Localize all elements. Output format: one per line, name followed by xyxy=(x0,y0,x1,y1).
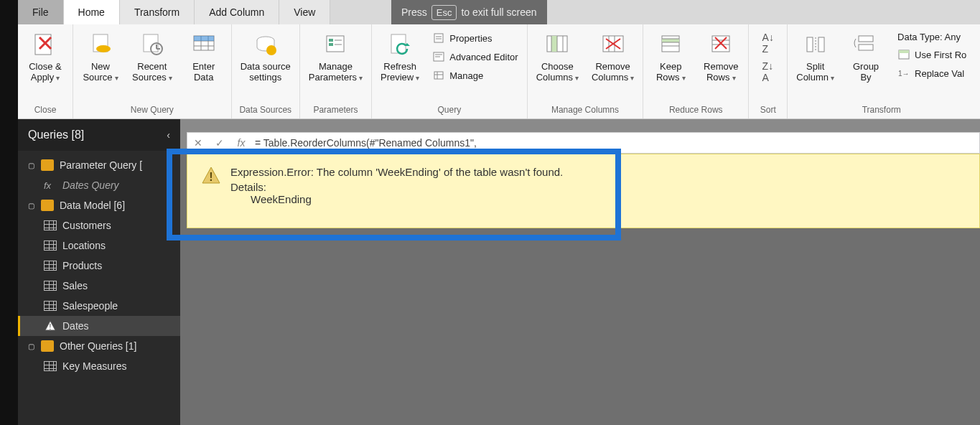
svg-rect-56 xyxy=(859,36,873,42)
queries-tree: ▢ Parameter Query [ fx Dates Query ▢ Dat… xyxy=(18,151,180,380)
error-title: Expression.Error: The column 'WeekEnding… xyxy=(230,166,563,178)
choose-columns-button[interactable]: Choose Columns xyxy=(533,27,582,86)
table-icon xyxy=(44,361,57,371)
svg-point-16 xyxy=(266,45,276,55)
svg-rect-53 xyxy=(807,37,813,52)
fx-icon: fx xyxy=(230,137,252,149)
recent-sources-label: Recent Sources xyxy=(132,62,172,83)
svg-rect-19 xyxy=(329,43,333,46)
enter-data-button[interactable]: Enter Data xyxy=(182,27,225,86)
refresh-preview-button[interactable]: Refresh Preview xyxy=(378,27,422,86)
manage-parameters-button[interactable]: Manage Parameters xyxy=(306,27,365,86)
svg-rect-24 xyxy=(434,34,443,42)
keep-rows-button[interactable]: Keep Rows xyxy=(649,27,692,86)
query-label: Locations xyxy=(62,240,106,251)
fs-pre: Press xyxy=(401,6,427,18)
formula-text[interactable]: = Table.ReorderColumns(#"Renamed Columns… xyxy=(252,137,979,149)
group-sort: Sort xyxy=(755,103,781,117)
close-apply-button[interactable]: Close & Apply xyxy=(24,27,67,86)
fullscreen-notice: Press Esc to exit full screen xyxy=(391,0,547,24)
data-type-button[interactable]: Data Type: Any xyxy=(895,30,969,44)
folder-icon xyxy=(41,200,54,211)
replace-values-icon: 1→2 xyxy=(897,67,910,80)
query-label: Key Measures xyxy=(62,360,126,372)
svg-rect-54 xyxy=(818,37,824,52)
group-by-button[interactable]: Group By xyxy=(844,27,887,86)
tab-view[interactable]: View xyxy=(279,0,330,24)
remove-columns-label: Remove Columns xyxy=(592,62,634,83)
formula-cancel-icon[interactable]: ✕ xyxy=(187,137,209,149)
expand-icon: ▢ xyxy=(28,162,35,169)
advanced-editor-icon xyxy=(432,50,445,63)
folder-icon xyxy=(41,159,54,171)
svg-rect-30 xyxy=(434,72,443,79)
manage-parameters-label: Manage Parameters xyxy=(309,62,363,83)
use-first-row-button[interactable]: Use First Ro xyxy=(895,47,969,62)
group-reduce-rows: Reduce Rows xyxy=(649,103,742,117)
error-details-label: Details: xyxy=(230,181,563,193)
esc-key: Esc xyxy=(431,5,457,20)
query-salespeople[interactable]: Salespeople xyxy=(18,296,180,316)
ribbon: Close & Apply Close New Source Recent So… xyxy=(18,24,980,119)
folder-icon xyxy=(41,340,54,352)
split-column-label: Split Column xyxy=(796,62,834,83)
warning-icon: ! xyxy=(44,320,57,332)
error-details-value: WeekEnding xyxy=(230,193,563,205)
data-type-label: Data Type: Any xyxy=(897,32,961,42)
tab-file[interactable]: File xyxy=(18,0,64,24)
formula-accept-icon[interactable]: ✓ xyxy=(209,137,230,149)
group-data-sources: Data Sources xyxy=(238,103,294,117)
folder-label: Other Queries [1] xyxy=(60,340,136,352)
tab-home[interactable]: Home xyxy=(64,0,120,24)
data-source-settings-button[interactable]: Data source settings xyxy=(238,27,294,86)
recent-sources-button[interactable]: Recent Sources xyxy=(129,27,175,86)
query-label: Customers xyxy=(62,220,111,231)
svg-rect-14 xyxy=(194,36,214,41)
query-key-measures[interactable]: Key Measures xyxy=(18,356,180,376)
manage-button[interactable]: Manage xyxy=(429,67,521,83)
warning-icon: ! xyxy=(202,166,220,185)
svg-text:1→2: 1→2 xyxy=(898,70,910,78)
query-sales[interactable]: Sales xyxy=(18,276,180,296)
left-rail xyxy=(0,0,18,425)
query-dates[interactable]: ! Dates xyxy=(18,316,180,336)
remove-rows-icon xyxy=(706,30,735,59)
folder-parameter-query[interactable]: ▢ Parameter Query [ xyxy=(18,155,180,175)
advanced-editor-button[interactable]: Advanced Editor xyxy=(429,49,521,65)
folder-data-model[interactable]: ▢ Data Model [6] xyxy=(18,195,180,215)
replace-values-label: Replace Val xyxy=(915,68,964,79)
tab-transform[interactable]: Transform xyxy=(120,0,195,24)
refresh-icon xyxy=(386,30,414,59)
properties-label: Properties xyxy=(449,33,492,44)
group-query: Query xyxy=(378,103,521,117)
table-icon xyxy=(44,220,57,230)
remove-rows-button[interactable]: Remove Rows xyxy=(699,27,742,86)
table-icon xyxy=(44,261,57,271)
folder-other-queries[interactable]: ▢ Other Queries [1] xyxy=(18,336,180,356)
collapse-queries-icon[interactable]: ‹ xyxy=(167,129,170,141)
query-products[interactable]: Products xyxy=(18,256,180,276)
split-column-button[interactable]: Split Column xyxy=(793,27,837,86)
replace-values-button[interactable]: 1→2 Replace Val xyxy=(895,65,969,81)
table-icon xyxy=(44,240,57,251)
query-customers[interactable]: Customers xyxy=(18,215,180,235)
query-label: Sales xyxy=(62,280,88,291)
sort-desc-button[interactable]: Z↓A xyxy=(762,60,774,83)
remove-columns-button[interactable]: Remove Columns xyxy=(589,27,637,86)
svg-point-4 xyxy=(96,45,111,52)
group-manage-columns: Manage Columns xyxy=(533,103,638,117)
properties-button[interactable]: Properties xyxy=(429,30,521,46)
properties-icon xyxy=(432,32,445,45)
svg-rect-43 xyxy=(662,36,679,52)
tab-add-column[interactable]: Add Column xyxy=(195,0,279,24)
query-label: Dates Query xyxy=(62,179,119,191)
new-source-button[interactable]: New Source xyxy=(79,27,122,86)
keep-rows-icon xyxy=(656,30,685,59)
formula-bar[interactable]: ✕ ✓ fx = Table.ReorderColumns(#"Renamed … xyxy=(187,132,980,154)
query-locations[interactable]: Locations xyxy=(18,235,180,256)
recent-sources-icon xyxy=(138,30,167,59)
svg-rect-34 xyxy=(551,36,557,52)
data-source-settings-label: Data source settings xyxy=(241,62,291,83)
sort-asc-button[interactable]: A↓Z xyxy=(762,32,774,55)
query-dates-query[interactable]: fx Dates Query xyxy=(18,175,180,195)
